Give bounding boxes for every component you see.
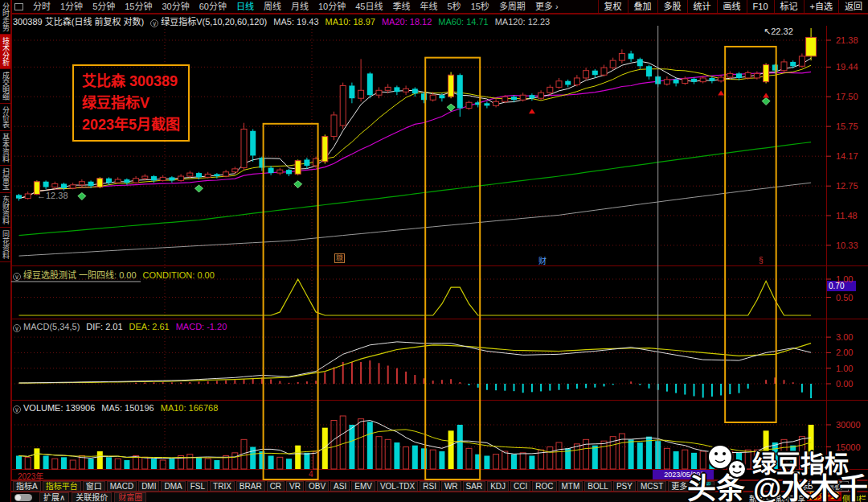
bottom-item-关联报价[interactable]: 关联报价	[72, 492, 112, 502]
bottom-item-财富圈[interactable]: 财富圈	[114, 492, 146, 502]
indicator-tab-更多[interactable]: 更多	[668, 481, 690, 492]
price-axis-label: 14.17	[836, 151, 858, 161]
indicator-toolbar: 指标A指标平台窗口MACDDMIDMAFSLTRIXBRARCRVROBVASI…	[11, 480, 868, 491]
info-segment: 300389 艾比森(日线 前复权 对数)	[13, 17, 144, 27]
indicator-tab-VOL-TDX[interactable]: VOL-TDX	[377, 481, 418, 492]
stamp-icon: §	[759, 256, 764, 265]
indicator-tab-CR[interactable]: CR	[267, 481, 285, 492]
crosshair-date-label: 2023/05/09/	[653, 470, 714, 479]
bottom-toolbar-items: 扩展∧关联报价财富圈	[37, 492, 146, 502]
volume-scale-label: ×10	[834, 457, 846, 465]
indicator-tab-WR[interactable]: WR	[441, 481, 461, 492]
indicator-tab-窗口[interactable]: 窗口	[83, 481, 105, 492]
indicator-tab-DMI[interactable]: DMI	[138, 481, 159, 492]
info-segment: MA5: 19.43	[273, 17, 318, 27]
info-segment: MA120: 12.23	[495, 17, 551, 27]
bottom-toolbar: 扩展∧关联报价财富圈	[11, 492, 868, 502]
indicator-tab-指标平台[interactable]: 指标平台	[43, 481, 81, 492]
macd-header: ∨MACD(5,34,5)DIF: 2.01DEA: 2.61MACD: -1.…	[13, 322, 233, 332]
macd-header-segment: MACD: -1.20	[176, 322, 227, 331]
sidebar-toggle-button[interactable]: 侧边栏 《	[842, 492, 868, 502]
price-axis-label: 19.44	[836, 62, 858, 72]
stamp-icon: 糖	[334, 253, 345, 263]
month-axis-label: 4	[309, 470, 313, 479]
indicator-tab-指标A[interactable]: 指标A	[13, 481, 41, 492]
indicator-tab-BOLL[interactable]: BOLL	[584, 481, 612, 492]
indicator-tab-DMA[interactable]: DMA	[161, 481, 185, 492]
indicator-tab-BRAR[interactable]: BRAR	[236, 481, 265, 492]
indicator-tab-MCST[interactable]: MCST	[637, 481, 666, 492]
collapse-circle-icon[interactable]: ∨	[13, 273, 21, 281]
pane2-header-segment: 绿豆选股测试 一阳四线: 0.00	[23, 270, 137, 280]
macd-header-segment: MACD(5,34,5)	[23, 322, 80, 331]
volume-header: ∨VOLUME: 139906MA5: 150196MA10: 166768	[13, 403, 224, 414]
stock-info-bar: 300389 艾比森(日线 前复权 对数)∨绿豆指标V(5,10,20,60,1…	[13, 14, 556, 26]
trading-terminal: 分时1分钟5分钟15分钟30分钟60分钟日线周线月线10分钟45日线季线年线5秒…	[0, 0, 868, 502]
annotation-box: 艾比森 300389 绿豆指标V 2023年5月截图	[72, 64, 190, 142]
high-price-label: ↖22.32	[764, 27, 793, 37]
info-segment: 绿豆指标V(5,10,20,60,120)	[161, 17, 267, 27]
f10-promo-button[interactable]: 图文F10	[807, 492, 841, 501]
indicator-tab-OBV[interactable]: OBV	[305, 481, 329, 492]
price-axis-label: 21.38	[836, 35, 858, 45]
collapse-circle-icon[interactable]: ∨	[13, 405, 21, 414]
price-axis-label: 17.50	[836, 92, 858, 101]
pane2-axis-label: 0.50	[836, 293, 853, 302]
price-axis-label: 15.75	[836, 121, 858, 131]
macd-axis-label: 2.00	[836, 348, 853, 357]
indicator-tab-RSI[interactable]: RSI	[420, 481, 440, 492]
annotation-line: 艾比森 300389	[82, 71, 180, 93]
indicator-tab-设置[interactable]: 设置	[692, 481, 714, 492]
macd-header-segment: DIF: 2.01	[86, 322, 122, 331]
stamp-icon: 财	[538, 254, 547, 266]
info-segment: MA20: 18.12	[382, 17, 432, 27]
toggle-pill-icon[interactable]	[14, 494, 32, 501]
pane2-header: ∨绿豆选股测试 一阳四线: 0.00CONDITION: 0.00	[13, 268, 221, 281]
pane2-header-segment: CONDITION: 0.00	[143, 270, 215, 280]
indicator-tab-TRIX[interactable]: TRIX	[210, 481, 235, 492]
indicator-tab-ASI[interactable]: ASI	[330, 481, 350, 492]
indicator-tab-VR[interactable]: VR	[286, 481, 304, 492]
price-axis-label: 11.48	[836, 211, 858, 220]
annotation-line: 绿豆指标V	[82, 93, 180, 114]
collapse-circle-icon[interactable]: ∨	[13, 324, 21, 332]
info-segment: MA10: 18.97	[326, 17, 375, 27]
indicator-tab-MACD[interactable]: MACD	[107, 481, 137, 492]
volume-axis-label: 30000	[836, 420, 861, 430]
indicator-tab-FSL[interactable]: FSL	[187, 481, 208, 492]
macd-axis-label: 1.00	[836, 364, 853, 373]
macd-axis-label: 0.00	[836, 379, 853, 389]
indicator-tab-PSY[interactable]: PSY	[613, 481, 636, 492]
low-price-label: ←12.38	[37, 191, 68, 200]
volume-header-segment: MA10: 166768	[161, 403, 219, 413]
annotation-line: 2023年5月截图	[82, 114, 180, 136]
macd-axis-label: 3.00	[836, 332, 853, 342]
volume-header-segment: MA5: 150196	[101, 403, 154, 413]
template-button[interactable]: 模板	[822, 481, 849, 492]
indicator-tab-MTM[interactable]: MTM	[559, 481, 583, 492]
indicator-tab-SAR[interactable]: SAR	[463, 481, 486, 492]
indicator-tab-CCI[interactable]: CCI	[510, 481, 530, 492]
price-axis-label: 10.33	[836, 241, 858, 250]
macd-header-segment: DEA: 2.61	[129, 322, 170, 331]
price-axis-label: 12.75	[836, 181, 858, 191]
indicator-tab-ROC[interactable]: ROC	[532, 481, 556, 492]
pane2-axis-label: 1.00	[836, 274, 853, 284]
bottom-item-扩展∧[interactable]: 扩展∧	[39, 492, 69, 502]
promo-text: 新用户福利专享	[749, 492, 805, 502]
volume-header-segment: VOLUME: 139906	[23, 403, 95, 413]
indicator-b-button[interactable]: 指标B	[788, 481, 820, 492]
indicator-tab-EMV[interactable]: EMV	[351, 481, 375, 492]
indicator-tab-KDJ[interactable]: KDJ	[487, 481, 509, 492]
volume-axis-label: 15000	[836, 442, 861, 452]
info-segment: MA60: 14.71	[438, 17, 488, 27]
